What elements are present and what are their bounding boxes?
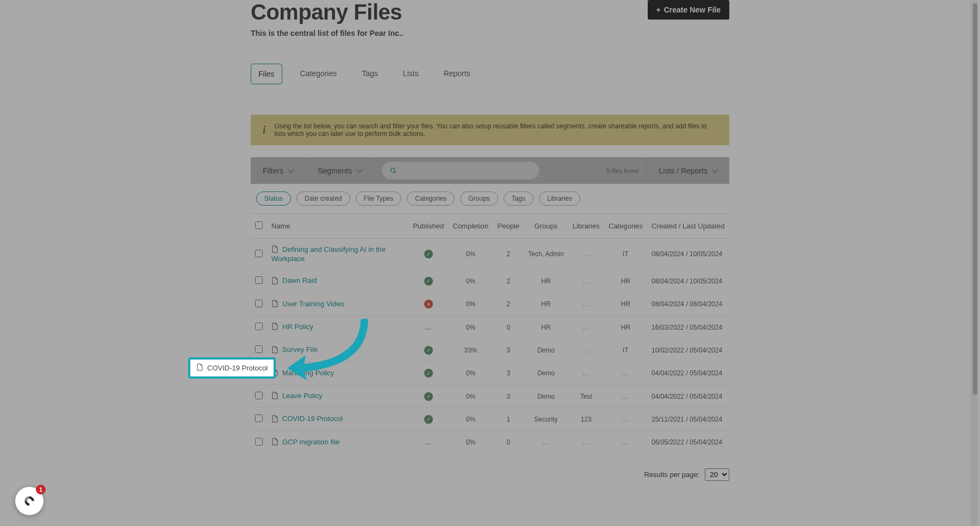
tab-categories[interactable]: Categories: [293, 64, 344, 84]
highlight-text: COVID-19 Protocol: [207, 364, 268, 372]
row-checkbox[interactable]: [255, 323, 263, 330]
page-title: Company Files: [251, 0, 404, 24]
chip-tags[interactable]: Tags: [504, 191, 534, 206]
tab-tags[interactable]: Tags: [355, 64, 385, 84]
cell-groups: Demo: [524, 362, 568, 385]
chip-status[interactable]: Status: [256, 191, 291, 206]
cell-categories: HR: [604, 315, 647, 338]
chevron-down-icon: [288, 166, 294, 172]
table-row: Marketing Policy✓0%3Demo......04/04/2022…: [251, 362, 729, 385]
cell-completion: 0%: [448, 270, 493, 293]
file-link[interactable]: Marketing Policy: [282, 369, 334, 377]
cell-completion: 0%: [448, 408, 493, 431]
cell-people: 3: [493, 339, 524, 362]
status-published-icon: ✓: [424, 346, 433, 355]
cell-dates: 08/04/2024 / 10/05/2024: [647, 239, 729, 270]
search-input-wrap[interactable]: [382, 162, 539, 180]
chevron-down-icon: [357, 166, 363, 172]
cell-groups: Security: [524, 408, 568, 431]
cell-completion: 33%: [448, 339, 493, 362]
cell-completion: 0%: [448, 293, 493, 315]
col-groups[interactable]: Groups: [524, 214, 568, 239]
col-people[interactable]: People: [493, 214, 524, 239]
help-widget[interactable]: 1: [15, 487, 44, 515]
file-icon: [271, 438, 278, 447]
row-checkbox[interactable]: [255, 438, 263, 445]
file-link[interactable]: GCP migration file: [282, 438, 339, 446]
file-icon: [271, 300, 278, 309]
table-row: Defining and Classifying AI in the Workp…: [251, 239, 729, 270]
tab-lists[interactable]: Lists: [396, 64, 426, 84]
cell-libraries: ...: [568, 293, 604, 315]
file-link[interactable]: HR Policy: [282, 323, 313, 331]
chip-categories[interactable]: Categories: [407, 191, 455, 206]
toolbar: Filters Segments 9 files found Lists / R…: [251, 157, 729, 184]
table-row: GCP migration file...0%0.........06/05/2…: [251, 431, 729, 454]
lists-reports-dropdown[interactable]: Lists / Reports: [647, 159, 729, 183]
col-completion[interactable]: Completion: [448, 214, 493, 239]
create-new-file-button[interactable]: + Create New File: [648, 0, 729, 20]
chip-file-types[interactable]: File Types: [356, 191, 401, 206]
file-link[interactable]: User Training Video: [282, 300, 344, 308]
page-size-select[interactable]: 20: [705, 468, 729, 481]
chip-libraries[interactable]: Libraries: [539, 191, 580, 206]
cell-dates: 06/05/2022 / 05/04/2024: [647, 431, 729, 454]
row-checkbox[interactable]: [255, 392, 263, 399]
segments-dropdown[interactable]: Segments: [306, 159, 374, 183]
cell-categories: ...: [604, 408, 647, 431]
row-checkbox[interactable]: [255, 345, 263, 353]
cell-categories: ...: [604, 431, 647, 454]
tab-reports[interactable]: Reports: [437, 64, 477, 84]
col-name[interactable]: Name: [267, 214, 408, 239]
search-input[interactable]: [401, 166, 531, 175]
chip-groups[interactable]: Groups: [460, 191, 498, 206]
file-icon: [196, 363, 203, 373]
row-checkbox[interactable]: [255, 414, 263, 422]
status-published-icon: ✓: [424, 250, 433, 258]
file-icon: [271, 392, 278, 401]
create-btn-label: Create New File: [664, 5, 721, 14]
cell-categories: IT: [604, 339, 647, 362]
search-icon: [390, 167, 397, 175]
file-icon: [271, 323, 278, 332]
file-link[interactable]: Leave Policy: [282, 392, 322, 400]
row-checkbox[interactable]: [255, 250, 263, 257]
status-published-icon: ✓: [424, 392, 433, 401]
file-icon: [271, 415, 278, 424]
info-text: Using the list below, you can search and…: [275, 122, 717, 138]
col-published[interactable]: Published: [408, 214, 448, 239]
file-link[interactable]: Dawn Raid: [282, 276, 317, 284]
page-subtitle: This is the central list of files for Pe…: [251, 29, 404, 38]
tab-files[interactable]: Files: [251, 64, 282, 84]
col-categories[interactable]: Categories: [604, 214, 647, 239]
select-all-checkbox[interactable]: [255, 221, 263, 229]
table-row: User Training Video✕0%2HR...HR08/04/2024…: [251, 293, 729, 315]
row-checkbox[interactable]: [255, 276, 263, 284]
cell-libraries: ...: [568, 239, 604, 270]
file-link[interactable]: COVID-19 Protocol: [282, 414, 343, 423]
cell-dates: 25/11/2021 / 05/04/2024: [647, 408, 729, 431]
file-link[interactable]: Survey File: [282, 345, 318, 354]
cell-groups: HR: [524, 270, 568, 293]
cell-libraries: ...: [568, 362, 604, 385]
cell-groups: Tech, Admin: [524, 239, 568, 270]
cell-people: 2: [493, 239, 524, 270]
cell-libraries: ...: [568, 270, 604, 293]
cell-people: 3: [493, 385, 524, 407]
cell-groups: HR: [524, 293, 568, 315]
row-checkbox[interactable]: [255, 300, 263, 307]
status-published-icon: ✓: [424, 369, 433, 378]
col-libraries[interactable]: Libraries: [568, 214, 604, 239]
chip-date-created[interactable]: Date created: [296, 191, 350, 206]
file-link[interactable]: Defining and Classifying AI in the Workp…: [271, 245, 386, 263]
cell-dates: 08/04/2024 / 10/05/2024: [647, 270, 729, 293]
cell-categories: ...: [604, 362, 647, 385]
col-created-last-updated[interactable]: Created / Last Updated: [647, 214, 729, 239]
table-row: Dawn Raid✓0%2HR...HR08/04/2024 / 10/05/2…: [251, 270, 729, 293]
scrollbar-thumb[interactable]: [973, 3, 977, 395]
filters-dropdown[interactable]: Filters: [251, 159, 306, 183]
cell-groups: ...: [524, 431, 568, 454]
cell-categories: HR: [604, 293, 647, 315]
lists-label: Lists / Reports: [659, 166, 708, 175]
cell-libraries: ...: [568, 431, 604, 454]
